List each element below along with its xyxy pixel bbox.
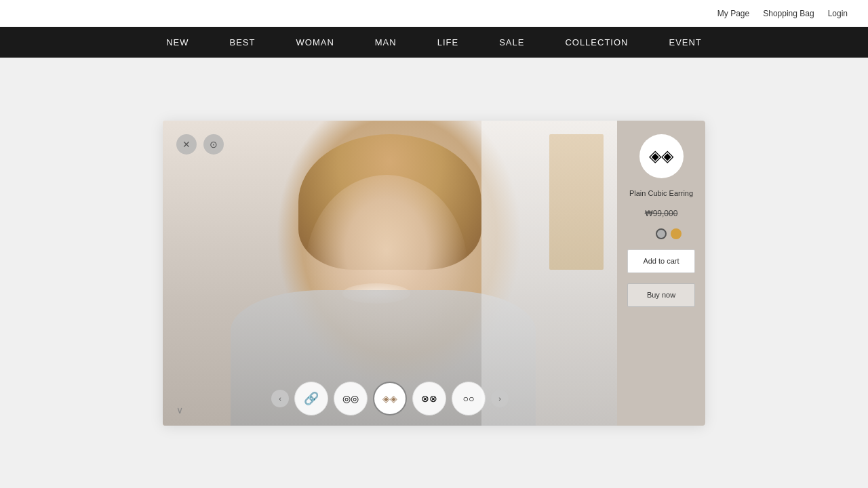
nav-item-collection[interactable]: COLLECTION	[565, 37, 628, 47]
nav-item-best[interactable]: BEST	[230, 37, 256, 47]
earring-thumb-5: ○○	[463, 393, 475, 404]
earring-thumb-4: ⊗⊗	[421, 393, 437, 404]
thumbnail-row: ‹ 🔗 ◎◎ ◈◈ ⊗⊗ ○○ ›	[271, 382, 509, 415]
color-option-silver[interactable]	[641, 228, 652, 239]
add-to-cart-button[interactable]: Add to cart	[627, 249, 695, 273]
earring-thumb-2: ◎◎	[342, 393, 359, 404]
shopping-bag-link[interactable]: Shopping Bag	[763, 9, 814, 18]
product-name: Plain Cubic Earring	[629, 188, 693, 199]
product-main-thumbnail: ◈◈	[639, 134, 684, 178]
my-page-link[interactable]: My Page	[717, 9, 749, 18]
chevron-left-icon: ‹	[279, 394, 281, 403]
product-price: ₩99,000	[645, 209, 678, 218]
nav-item-sale[interactable]: SALE	[499, 37, 524, 47]
thumbnail-5[interactable]: ○○	[452, 382, 486, 415]
chevron-right-icon: ›	[498, 394, 501, 403]
nav-bar: NEW BEST WOMAN MAN LIFE SALE COLLECTION …	[0, 27, 868, 58]
card-controls: ✕ ⊙	[176, 134, 224, 155]
nav-item-woman[interactable]: WOMAN	[296, 37, 334, 47]
chevron-down-icon: ∨	[176, 405, 183, 415]
share-button[interactable]: ⊙	[203, 134, 224, 155]
thumbnail-1[interactable]: 🔗	[294, 382, 328, 415]
thumbnail-2[interactable]: ◎◎	[334, 382, 368, 415]
buy-now-button[interactable]: Buy now	[627, 283, 695, 307]
login-link[interactable]: Login	[828, 9, 848, 18]
color-options	[641, 228, 682, 239]
top-bar: My Page Shopping Bag Login	[0, 0, 868, 27]
color-option-gray[interactable]	[656, 228, 667, 239]
close-icon: ✕	[182, 139, 191, 150]
color-option-gold[interactable]	[671, 228, 682, 239]
close-button[interactable]: ✕	[176, 134, 197, 155]
earring-thumb-1: 🔗	[304, 391, 319, 406]
nav-item-man[interactable]: MAN	[375, 37, 397, 47]
earring-main-icon: ◈◈	[649, 146, 673, 165]
nav-item-new[interactable]: NEW	[166, 37, 189, 47]
earring-thumb-3: ◈◈	[382, 393, 397, 404]
product-card: ✕ ⊙ ∨ ‹ 🔗 ◎◎	[163, 121, 705, 426]
share-icon: ⊙	[210, 139, 218, 150]
scroll-down-indicator[interactable]: ∨	[176, 405, 183, 415]
model-image	[163, 121, 617, 426]
product-info-panel: ◈◈ Plain Cubic Earring ₩99,000 Add to ca…	[617, 121, 705, 426]
thumb-next-button[interactable]: ›	[491, 390, 509, 407]
nav-item-life[interactable]: LIFE	[437, 37, 458, 47]
thumbnail-3-active[interactable]: ◈◈	[373, 382, 407, 415]
product-image-section: ✕ ⊙ ∨ ‹ 🔗 ◎◎	[163, 121, 617, 426]
thumbnail-4[interactable]: ⊗⊗	[412, 382, 446, 415]
nav-item-event[interactable]: EVENT	[669, 37, 701, 47]
thumb-prev-button[interactable]: ‹	[271, 390, 289, 407]
main-content: ✕ ⊙ ∨ ‹ 🔗 ◎◎	[0, 58, 868, 488]
